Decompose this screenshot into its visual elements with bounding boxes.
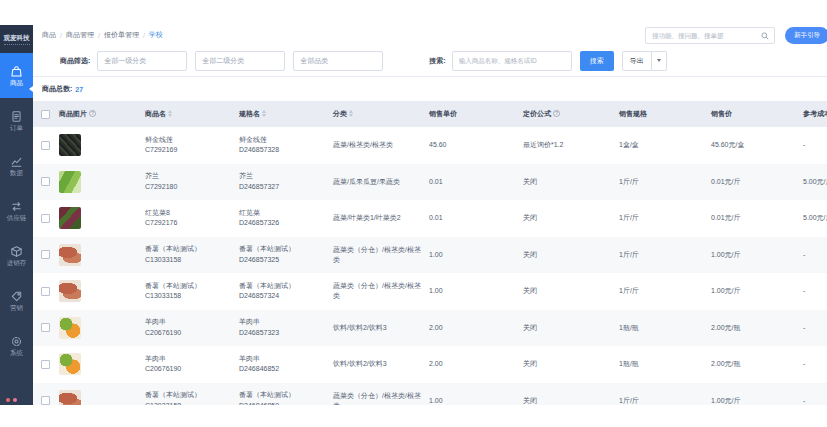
category-value: 饮料/饮料2/饮料3 — [333, 323, 429, 333]
row-checkbox[interactable] — [41, 287, 50, 296]
product-name: 番薯（本站测试） — [145, 390, 234, 401]
spec-code: D246846852 — [239, 364, 328, 375]
breadcrumb-goods[interactable]: 商品 — [42, 30, 56, 40]
search-icon[interactable] — [761, 32, 769, 40]
spec-code: D246846850 — [239, 401, 328, 405]
breadcrumb: 商品/ 商品管理/ 报价单管理/ 学校 — [42, 25, 163, 45]
sort-icon[interactable] — [168, 110, 172, 117]
breadcrumb-quotation-management[interactable]: 报价单管理 — [104, 30, 139, 40]
sale-price-value: 0.01元/斤 — [711, 177, 803, 187]
row-checkbox[interactable] — [41, 360, 50, 369]
product-thumbnail[interactable] — [59, 353, 81, 375]
ref-cost-value: - — [803, 286, 827, 296]
product-code: C20676190 — [145, 328, 234, 339]
guide-button[interactable]: 新手引导 — [785, 27, 827, 44]
category-level2-select[interactable]: 全部二级分类 — [195, 51, 285, 71]
product-thumbnail[interactable] — [59, 171, 81, 193]
order-icon — [10, 110, 23, 123]
spec-name: 羊肉串 — [239, 317, 328, 328]
filter-bar: 商品筛选: 全部一级分类 全部二级分类 全部品类 搜索: 搜索 导出 — [33, 45, 827, 77]
spec-name: 羊肉串 — [239, 354, 328, 365]
ref-cost-value: - — [803, 140, 827, 150]
pricing-formula-value: 关闭 — [523, 323, 619, 333]
breadcrumb-current[interactable]: 学校 — [149, 30, 163, 40]
sidebar-item-system[interactable]: 系统 — [0, 323, 33, 368]
export-button[interactable]: 导出 — [622, 51, 652, 71]
export-dropdown-button[interactable] — [652, 51, 667, 71]
spec-code: D246857328 — [239, 145, 328, 156]
product-thumbnail[interactable] — [59, 280, 81, 302]
sidebar-item-data[interactable]: 数据 — [0, 143, 33, 188]
pricing-formula-value: 关闭 — [523, 396, 619, 405]
product-thumbnail[interactable] — [59, 390, 81, 405]
sidebar-item-label: 进销存 — [7, 260, 27, 267]
product-thumbnail[interactable] — [59, 207, 81, 229]
marketing-icon — [10, 290, 23, 303]
sale-unit-price-value: 45.60 — [429, 140, 523, 150]
category-level1-select[interactable]: 全部一级分类 — [97, 51, 187, 71]
filter-label: 商品筛选: — [60, 56, 90, 66]
sidebar-item-orders[interactable]: 订单 — [0, 98, 33, 143]
sort-icon[interactable] — [349, 110, 353, 117]
table-row: 鲜金线莲 C7292169 鲜金线莲 D246857328 蔬菜/根茎类/根茎类… — [33, 127, 827, 164]
breadcrumb-goods-management[interactable]: 商品管理 — [66, 30, 94, 40]
sale-spec-value: 1盒/盒 — [619, 140, 711, 150]
spec-name: 番薯（本站测试） — [239, 244, 328, 255]
help-icon[interactable]: ? — [89, 110, 96, 117]
spec-name: 番薯（本站测试） — [239, 390, 328, 401]
row-checkbox[interactable] — [41, 177, 50, 186]
sale-spec-value: 1斤/斤 — [619, 213, 711, 223]
table-row: 番薯（本站测试） C13033158 番薯（本站测试） D246857325 蔬… — [33, 237, 827, 274]
breadcrumb-separator: / — [98, 32, 100, 39]
product-code: C20676190 — [145, 364, 234, 375]
sidebar-item-label: 供应链 — [7, 215, 27, 222]
sale-spec-value: 1斤/斤 — [619, 250, 711, 260]
table-row: 羊肉串 C20676190 羊肉串 D246857323 饮料/饮料2/饮料3 … — [33, 310, 827, 347]
ref-cost-value: - — [803, 359, 827, 369]
search-button[interactable]: 搜索 — [580, 51, 614, 71]
row-checkbox[interactable] — [41, 323, 50, 332]
select-all-checkbox[interactable] — [41, 110, 50, 119]
sidebar-item-label: 数据 — [10, 170, 23, 177]
total-count-label: 商品总数: — [42, 84, 72, 94]
product-thumbnail[interactable] — [59, 244, 81, 266]
keyword-search-label: 搜索: — [429, 56, 445, 66]
product-thumbnail[interactable] — [59, 134, 81, 156]
sidebar-item-goods[interactable]: 商品 — [0, 53, 33, 98]
sidebar-item-supply-chain[interactable]: 供应链 — [0, 188, 33, 233]
table-row: 芥兰 C7292180 芥兰 D246857327 蔬菜/瓜果瓜豆/果蔬类 0.… — [33, 164, 827, 201]
ref-cost-value: 5.00元/斤 — [803, 177, 827, 187]
sidebar-item-label: 营销 — [10, 305, 23, 312]
sale-price-value: 0.01元/斤 — [711, 213, 803, 223]
category-type-select[interactable]: 全部品类 — [293, 51, 383, 71]
pricing-formula-value: 关闭 — [523, 213, 619, 223]
sort-icon[interactable] — [262, 110, 266, 117]
sidebar-item-inventory[interactable]: 进销存 — [0, 233, 33, 278]
global-search-input[interactable] — [646, 32, 761, 39]
category-value: 饮料/饮料2/饮料3 — [333, 359, 429, 369]
data-icon — [10, 155, 23, 168]
row-checkbox[interactable] — [41, 214, 50, 223]
sale-spec-value: 1斤/斤 — [619, 396, 711, 405]
help-icon[interactable]: ? — [553, 110, 560, 117]
product-code: C7292169 — [145, 145, 234, 156]
spec-name: 鲜金线莲 — [239, 135, 328, 146]
spec-name: 红苋菜 — [239, 208, 328, 219]
product-name: 羊肉串 — [145, 354, 234, 365]
row-checkbox[interactable] — [41, 141, 50, 150]
product-name: 番薯（本站测试） — [145, 244, 234, 255]
keyword-search-input[interactable] — [452, 51, 572, 71]
product-thumbnail[interactable] — [59, 317, 81, 339]
sale-unit-price-value: 2.00 — [429, 323, 523, 333]
col-sale-unit-price: 销售单价 — [429, 109, 457, 119]
pricing-formula-value: 关闭 — [523, 177, 619, 187]
product-code: C7292180 — [145, 182, 234, 193]
sidebar-item-marketing[interactable]: 营销 — [0, 278, 33, 323]
col-spec-name: 规格名 — [239, 109, 260, 119]
table-row: 番薯（本站测试） C13033158 番薯（本站测试） D246857324 蔬… — [33, 273, 827, 310]
row-checkbox[interactable] — [41, 250, 50, 259]
table-row: 番薯（本站测试） C13033158 番薯（本站测试） D246846850 蔬… — [33, 383, 827, 406]
row-checkbox[interactable] — [41, 396, 50, 405]
col-product-name: 商品名 — [145, 109, 166, 119]
spec-code: D246857323 — [239, 328, 328, 339]
